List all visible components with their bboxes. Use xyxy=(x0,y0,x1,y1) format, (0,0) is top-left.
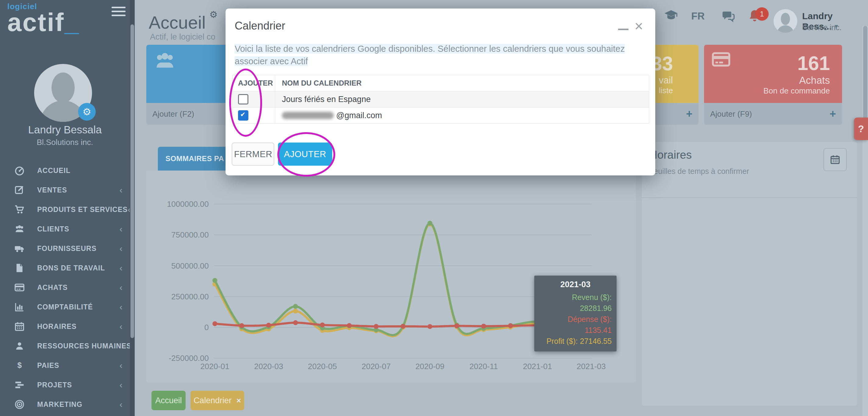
svg-text:750000.00: 750000.00 xyxy=(171,230,209,239)
horaires-panel-body: Feuilles de temps à confirmer xyxy=(649,167,749,176)
sidebar-item-fournisseurs[interactable]: FOURNISSEURS xyxy=(0,239,130,258)
sidebar: logiciel actif_ Landry Bessala Bl.Soluti… xyxy=(0,0,135,416)
svg-text:2020-01: 2020-01 xyxy=(200,362,229,371)
sidebar-item-label: BONS DE TRAVAIL xyxy=(37,264,105,272)
sidebar-item-label: FOURNISSEURS xyxy=(37,245,97,253)
sidebar-item-produits-et-services[interactable]: PRODUITS ET SERVICES xyxy=(0,200,130,219)
help-button[interactable]: ? xyxy=(854,117,868,140)
logo-cursor: _ xyxy=(65,8,80,37)
ajouter-button[interactable]: AJOUTER xyxy=(278,142,332,166)
horaires-panel: Horaires Feuilles de temps à confirmer xyxy=(642,142,857,406)
chat-messages-icon[interactable] xyxy=(721,9,735,23)
academy-graduation-cap-icon[interactable] xyxy=(664,8,678,23)
page-settings-gear-icon[interactable] xyxy=(209,9,218,20)
app-logo: logiciel actif_ xyxy=(7,2,80,35)
table-row[interactable]: Jours fériés en Espagne xyxy=(232,91,649,107)
sidebar-item-label: PROJETS xyxy=(37,381,72,389)
user-icon xyxy=(14,341,25,351)
chevron-left-icon xyxy=(120,361,123,370)
sidebar-item-label: ACHATS xyxy=(37,283,68,292)
header-user-company: Service inc. xyxy=(802,23,841,32)
bottom-tab-calendrier[interactable]: Calendrier xyxy=(190,391,244,410)
minimize-icon[interactable] xyxy=(618,29,628,30)
horaires-calendar-button[interactable] xyxy=(824,148,847,171)
svg-text:500000.00: 500000.00 xyxy=(171,261,209,270)
edit-icon xyxy=(14,184,25,196)
page-scrollbar-thumb[interactable] xyxy=(863,26,867,127)
chevron-left-icon xyxy=(120,380,123,389)
sidebar-item-ressources-humaines[interactable]: RESSOURCES HUMAINES xyxy=(0,336,130,356)
svg-text:0: 0 xyxy=(205,323,209,332)
card-achats-plus-icon[interactable] xyxy=(830,103,836,125)
modal-description: Voici la liste de vos calendriers Google… xyxy=(235,43,648,68)
close-icon[interactable] xyxy=(634,18,643,34)
calendar-icon xyxy=(830,154,841,165)
sidebar-user-name: Landry Bessala xyxy=(0,124,130,136)
notification-count-badge: 1 xyxy=(755,7,769,21)
logo-main-text: actif_ xyxy=(7,10,80,35)
sidebar-item-horaires[interactable]: HORAIRES xyxy=(0,317,130,336)
chevron-left-icon xyxy=(120,224,123,234)
calendar-table: AJOUTER NOM DU CALENDRIER Jours fériés e… xyxy=(232,75,649,124)
header-avatar[interactable] xyxy=(774,9,797,33)
sidebar-item-ventes[interactable]: VENTES xyxy=(0,180,130,200)
credit-card-icon xyxy=(711,49,732,70)
card-achats[interactable]: 161 Achats Bon de commande Ajouter (F9) xyxy=(704,45,842,125)
bottom-tab-accueil[interactable]: Accueil xyxy=(152,391,186,410)
card-achats-subtitle: Bon de commande xyxy=(764,86,830,96)
sidebar-item-label: COMPTABILITÉ xyxy=(37,303,93,311)
target-icon xyxy=(14,399,25,410)
card-travail-plus-icon[interactable] xyxy=(686,103,692,125)
card-achats-value: 161 xyxy=(797,52,830,75)
sidebar-scrollbar-thumb[interactable] xyxy=(130,24,134,338)
tooltip-revenu: Revenu ($): 28281.96 xyxy=(539,292,612,314)
dollar-icon: $ xyxy=(14,360,25,371)
users-icon xyxy=(14,223,25,235)
sidebar-item-clients[interactable]: CLIENTS xyxy=(0,219,130,239)
sidebar-item-bons-de-travail[interactable]: BONS DE TRAVAIL xyxy=(0,258,130,278)
svg-text:250000.00: 250000.00 xyxy=(171,292,209,301)
calendar-checkbox[interactable] xyxy=(238,110,248,120)
sidebar-item-label: PRODUITS ET SERVICES xyxy=(37,206,128,214)
sidebar-item-comptabilit-[interactable]: COMPTABILITÉ xyxy=(0,297,130,317)
sidebar-item-label: VENTES xyxy=(37,186,67,194)
sidebar-item-paies[interactable]: $PAIES xyxy=(0,356,130,375)
file-icon xyxy=(14,263,25,274)
sidebar-item-projets[interactable]: PROJETS xyxy=(0,375,130,395)
chevron-left-icon xyxy=(120,244,123,253)
tasks-icon xyxy=(14,379,25,390)
tooltip-date: 2021-03 xyxy=(539,280,612,289)
page-title: Accueil xyxy=(149,9,218,33)
svg-text:$: $ xyxy=(18,361,22,370)
calendrier-modal: Calendrier Voici la liste de vos calendr… xyxy=(225,8,655,175)
svg-text:2020-05: 2020-05 xyxy=(308,362,337,371)
sidebar-item-accueil[interactable]: ACCUEIL xyxy=(0,161,130,180)
tab-sommaires[interactable]: SOMMAIRES PA xyxy=(158,147,231,171)
card-travail-title-fragment: vail xyxy=(659,75,673,86)
sidebar-item-label: PAIES xyxy=(37,361,59,370)
card-achats-title: Achats xyxy=(799,75,830,86)
card-clients-footer-button[interactable]: Ajouter (F2) xyxy=(152,103,194,125)
card-achats-footer-button[interactable]: Ajouter (F9) xyxy=(710,103,752,125)
close-tab-icon[interactable] xyxy=(237,396,241,405)
card-travail-subtitle-fragment: liste xyxy=(659,86,673,95)
chevron-left-icon xyxy=(120,185,123,195)
modal-title: Calendrier xyxy=(235,20,285,32)
hamburger-menu-icon[interactable] xyxy=(112,7,126,19)
sidebar-item-label: CLIENTS xyxy=(37,225,69,233)
page-subtitle: Actif, le logiciel co xyxy=(150,32,215,42)
avatar-settings-gear-icon[interactable] xyxy=(78,103,96,120)
truck-icon xyxy=(14,243,25,254)
calendar-checkbox[interactable] xyxy=(238,94,248,104)
horaires-panel-title: Horaires xyxy=(649,149,692,162)
sidebar-item-achats[interactable]: ACHATS xyxy=(0,278,130,297)
table-row[interactable]: @gmail.com xyxy=(232,107,649,123)
chart-tooltip: 2021-03 Revenu ($): 28281.96 Dépense ($)… xyxy=(534,276,617,351)
fermer-button[interactable]: FERMER xyxy=(231,142,274,166)
sidebar-item-label: HORAIRES xyxy=(37,322,76,331)
sidebar-item-label: ACCUEIL xyxy=(37,167,70,175)
language-selector[interactable]: FR xyxy=(691,10,705,22)
sidebar-item-marketing[interactable]: MARKETING xyxy=(0,395,130,414)
panel-divider xyxy=(642,197,857,198)
sidebar-menu: ACCUEILVENTESPRODUITS ET SERVICESCLIENTS… xyxy=(0,161,130,414)
